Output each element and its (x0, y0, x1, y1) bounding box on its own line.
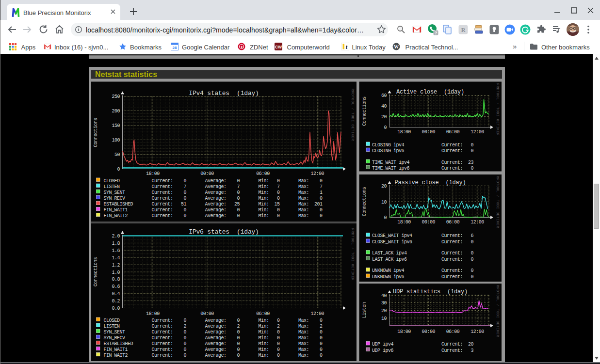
svg-text:20: 20 (381, 114, 387, 120)
svg-text:12:00: 12:00 (470, 329, 484, 334)
svg-text:Connections: Connections (362, 96, 367, 126)
svg-text:60: 60 (381, 93, 387, 98)
svg-text:0.4: 0.4 (112, 291, 120, 297)
svg-text:06:00: 06:00 (256, 171, 270, 176)
svg-text:2.0: 2.0 (112, 234, 120, 239)
svg-text:RRDTOOL / TOBI OETIKER: RRDTOOL / TOBI OETIKER (351, 89, 355, 141)
svg-text:SYN_SENT Current:: SYN_SENT Current: 0 Average: 0 Min: 0 Ma… (104, 190, 323, 195)
svg-text:0.0: 0.0 (112, 306, 120, 311)
svg-text:SYN_RECV Current:: SYN_RECV Current: 0 Average: 0 Min: 0 Ma… (104, 335, 323, 341)
svg-text:20: 20 (381, 308, 387, 314)
svg-text:0.2: 0.2 (112, 299, 120, 304)
svg-text:200: 200 (112, 109, 120, 114)
svg-text:00:00: 00:00 (422, 220, 436, 225)
svg-text:IPv6 states (1day): IPv6 states (1day) (189, 228, 259, 236)
svg-text:00:00: 00:00 (200, 311, 214, 317)
svg-text:CLOSE_WAIT ipv6 Curr: CLOSE_WAIT ipv6 Current: 0 (372, 239, 474, 245)
svg-text:CLOSED Current:: CLOSED Current: 0 Average: 0 Min: 0 Max:… (104, 318, 323, 323)
svg-text:FIN_WAIT1 Current:: FIN_WAIT1 Current: 0 Average: 0 Min: 0 M… (104, 347, 323, 352)
svg-text:SYN_RECV Current:: SYN_RECV Current: 0 Average: 0 Min: 0 Ma… (104, 196, 323, 201)
svg-text:RRDTOOL / TOBI OETIKER: RRDTOOL / TOBI OETIKER (496, 83, 500, 136)
svg-text:12:00: 12:00 (470, 129, 484, 135)
svg-text:LAST_ACK ipv6 Curr: LAST_ACK ipv6 Current: 0 (372, 257, 474, 262)
svg-text:Active close (1day): Active close (1day) (396, 89, 464, 95)
svg-text:UDP ipv6 Curr: UDP ipv6 Current: 3 (372, 348, 474, 353)
svg-text:Passive close (1day): Passive close (1day) (394, 179, 466, 186)
svg-text:18:00: 18:00 (397, 129, 411, 135)
svg-text:UDP statistics (1day): UDP statistics (1day) (393, 288, 468, 295)
svg-text:06:00: 06:00 (446, 129, 460, 135)
svg-text:12:00: 12:00 (311, 171, 324, 176)
svg-text:250: 250 (112, 94, 120, 99)
svg-text:RRDTOOL / TOBI OETIKER: RRDTOOL / TOBI OETIKER (351, 228, 355, 281)
svg-text:Connections: Connections (93, 118, 98, 147)
svg-text:UNKNOWN ipv4 Curr: UNKNOWN ipv4 Current: 0 (372, 268, 474, 273)
svg-text:LAST_ACK ipv4 Curr: LAST_ACK ipv4 Current: 0 (372, 251, 474, 256)
svg-text:0: 0 (384, 125, 387, 130)
svg-text:?: ? (435, 31, 437, 35)
svg-text:SYN_SENT Current:: SYN_SENT Current: 0 Average: 0 Min: 0 Ma… (104, 330, 323, 335)
svg-text:12:00: 12:00 (311, 311, 324, 317)
svg-text:LISTEN Current:: LISTEN Current: 2 Average: 2 Min: 2 Max:… (104, 324, 323, 329)
svg-text:06:00: 06:00 (256, 311, 270, 317)
svg-text:CW: CW (275, 45, 282, 49)
svg-text:18:00: 18:00 (146, 171, 160, 176)
svg-text:RRDTOOL / TOBI OETIKER: RRDTOOL / TOBI OETIKER (496, 176, 500, 228)
svg-text:LISTEN Current:: LISTEN Current: 7 Average: 7 Min: 7 Max:… (104, 184, 323, 190)
svg-text:18:00: 18:00 (146, 311, 160, 317)
svg-text:Listen: Listen (362, 302, 367, 318)
svg-text:R: R (461, 27, 466, 33)
svg-text:40: 40 (381, 293, 387, 299)
svg-text:10: 10 (381, 200, 387, 205)
svg-text:12:00: 12:00 (470, 220, 484, 225)
svg-text:30: 30 (381, 301, 387, 306)
svg-text:CLOSE_WAIT ipv4 Curr: CLOSE_WAIT ipv4 Current: 6 (372, 233, 474, 238)
svg-text:00:00: 00:00 (200, 171, 214, 176)
svg-text:0: 0 (117, 167, 120, 172)
svg-text:IPv4 states (1day): IPv4 states (1day) (189, 90, 259, 97)
svg-text:FIN_WAIT2 Current:: FIN_WAIT2 Current: 0 Average: 0 Min: 0 M… (104, 213, 323, 219)
svg-text:100: 100 (112, 138, 120, 143)
svg-text:0.8: 0.8 (112, 277, 120, 282)
svg-text:18:00: 18:00 (397, 220, 411, 225)
svg-text:10: 10 (381, 316, 387, 321)
svg-text:ESTABLISHED Current: 5: ESTABLISHED Current: 51 Average: 25 Min:… (104, 202, 323, 207)
svg-text:150: 150 (112, 123, 120, 128)
svg-text:00:00: 00:00 (422, 129, 436, 135)
svg-text:TIME_WAIT ipv4 Curr: TIME_WAIT ipv4 Current: 23 (372, 160, 474, 165)
svg-text:RRDTOOL / TOBI OETIKER: RRDTOOL / TOBI OETIKER (496, 285, 500, 337)
svg-text:1.4: 1.4 (112, 255, 120, 261)
svg-text:1.6: 1.6 (112, 248, 120, 253)
svg-text:20: 20 (381, 184, 387, 189)
svg-text:50: 50 (114, 152, 120, 158)
svg-text:Netstat statistics: Netstat statistics (95, 70, 157, 79)
svg-text:TIME_WAIT ipv6 Curr: TIME_WAIT ipv6 Current: 0 (372, 166, 474, 171)
svg-text:00:00: 00:00 (422, 329, 436, 334)
svg-text:UDP ipv4 Curr: UDP ipv4 Current: 20 (372, 342, 474, 347)
svg-text:06:00: 06:00 (446, 329, 460, 334)
svg-text:18:00: 18:00 (397, 329, 411, 334)
svg-text:CLOSING ipv6 Curr: CLOSING ipv6 Current: 0 (372, 148, 474, 154)
svg-text:40: 40 (381, 104, 387, 109)
svg-text:FIN_WAIT2 Current:: FIN_WAIT2 Current: 0 Average: 0 Min: 0 M… (104, 353, 323, 358)
svg-text:06:00: 06:00 (446, 220, 460, 225)
svg-text:z: z (241, 45, 243, 49)
svg-text:1.2: 1.2 (112, 263, 120, 268)
svg-text:CLOSING ipv4 Curr: CLOSING ipv4 Current: 0 (372, 142, 474, 148)
svg-text:1.8: 1.8 (112, 241, 120, 246)
svg-text:Connections: Connections (362, 187, 367, 216)
svg-text:1.0: 1.0 (112, 270, 120, 275)
svg-text:ESTABLISHED Current:: ESTABLISHED Current: 0 Average: 0 Min: 0… (104, 341, 323, 347)
svg-text:W: W (394, 44, 399, 49)
svg-text:Connections: Connections (93, 257, 98, 286)
svg-text:UNKNOWN ipv6 Curr: UNKNOWN ipv6 Current: 0 (372, 274, 474, 280)
svg-text:0: 0 (384, 215, 387, 221)
svg-text:CLOSED Current:: CLOSED Current: 0 Average: 0 Min: 0 Max:… (104, 178, 323, 184)
svg-text:FIN_WAIT1 Current:: FIN_WAIT1 Current: 0 Average: 0 Min: 0 M… (104, 207, 323, 213)
svg-text:0.6: 0.6 (112, 284, 120, 289)
svg-text:28: 28 (172, 46, 177, 50)
